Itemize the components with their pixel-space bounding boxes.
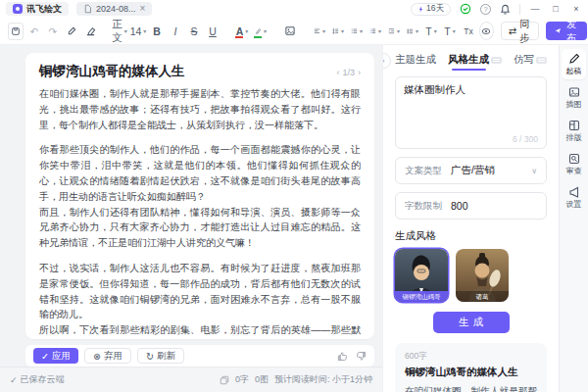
format-painter-icon[interactable] <box>64 23 79 40</box>
strikethrough-button[interactable]: S <box>186 23 202 40</box>
prompt-text: 媒体圈制作人 <box>404 83 466 95</box>
chevron-down-icon: ∨ <box>531 167 537 175</box>
refresh-icon: ↻ <box>146 351 154 362</box>
send-icon <box>555 26 562 35</box>
text-transform-icon[interactable]: T <box>442 23 458 40</box>
editor-area: 铜锣湾山鸡哥的媒体人生 ‹ 1/3 › 在咱们媒体圈，制作人就是那帮手握剧本、掌… <box>0 45 382 392</box>
letter-spacing-icon[interactable]: T <box>423 23 439 40</box>
vip-badge-icon <box>536 57 547 64</box>
redo-icon[interactable]: ↷ <box>45 23 61 40</box>
eye-icon <box>480 26 492 36</box>
collapse-panel-button[interactable]: › <box>382 53 391 69</box>
bold-button[interactable]: B <box>149 23 165 40</box>
thumbs-up-icon[interactable] <box>337 351 348 362</box>
image-icon <box>568 86 580 98</box>
generation-action-bar: ✓应用 ⊗弃用 ↻刷新 <box>25 345 374 367</box>
clear-format-icon[interactable]: Tx <box>461 23 476 40</box>
prompt-input[interactable]: 媒体圈制作人 6 / 300 <box>395 76 547 149</box>
layout-icon <box>568 120 580 131</box>
save-icon[interactable] <box>8 23 24 40</box>
tab-style-generation[interactable]: 风格生成 <box>448 53 502 67</box>
sync-icon: ⇄ <box>509 25 516 36</box>
align-icon[interactable] <box>312 23 327 40</box>
quote-icon[interactable] <box>405 23 420 40</box>
image-count: 0图 <box>255 373 269 386</box>
document-title[interactable]: 铜锣湾山鸡哥的媒体人生 <box>39 63 185 80</box>
bullet-list-icon[interactable] <box>349 23 365 40</box>
undo-icon[interactable]: ↶ <box>26 23 42 40</box>
panel-tabs: 主题生成 风格生成 仿写 <box>395 51 547 69</box>
copy-type-select[interactable]: 文案类型 广告/营销 ∨ <box>395 157 547 184</box>
style-card-zhuge[interactable]: 诸葛 <box>456 249 509 302</box>
font-size-select[interactable]: 14 <box>130 23 146 40</box>
sync-status-icon[interactable] <box>460 3 471 15</box>
word-limit-input[interactable]: 字数限制 800 <box>395 192 547 220</box>
vip-badge-icon <box>491 57 502 64</box>
discard-button[interactable]: ⊗弃用 <box>84 348 131 364</box>
highlight-color-swatch <box>254 36 262 38</box>
bolt-icon <box>417 5 424 14</box>
document-card: 铜锣湾山鸡哥的媒体人生 ‹ 1/3 › 在咱们媒体圈，制作人就是那帮手握剧本、掌… <box>25 53 374 339</box>
save-status: ✓已保存云端 <box>10 373 65 386</box>
preview-button[interactable] <box>479 22 494 40</box>
style-card-name: 诸葛 <box>456 291 509 302</box>
close-button[interactable]: × <box>570 4 582 14</box>
refresh-button[interactable]: ↻刷新 <box>137 348 184 364</box>
paragraph[interactable]: 不过，说实话，制作人这活儿也不容易。有时候为了赶进度，熬夜加班那是家常便饭。但你… <box>39 261 361 322</box>
generation-result-card[interactable]: 600字 铜锣湾山鸡哥的媒体人生 在咱们媒体圈，制作人就是那帮手握剧本、掌控节奏… <box>395 343 547 392</box>
insert-image-icon[interactable] <box>282 23 298 40</box>
tab-close-icon[interactable]: × <box>140 4 146 14</box>
style-card-name: 铜锣湾山鸡哥 <box>395 291 448 302</box>
paragraph[interactable]: 你看那些顶尖的制作人，他们的作品，每一个画面都能震撼你的心灵，让你笑中带泪，泪中… <box>39 142 361 204</box>
next-version-icon[interactable]: › <box>358 68 361 77</box>
ordered-list-icon[interactable] <box>368 23 383 40</box>
style-section-label: 生成风格 <box>395 229 547 243</box>
publish-button[interactable]: 发布 <box>546 22 587 40</box>
document-icon <box>83 4 92 14</box>
sidebar-item-layout[interactable]: 排版 <box>562 116 586 146</box>
apply-check-icon: ✓ <box>41 351 49 362</box>
thumbs-down-icon[interactable] <box>356 351 367 362</box>
highlight-color-button[interactable] <box>253 23 269 40</box>
app-logo: 讯飞绘文 <box>6 2 69 16</box>
eraser-icon[interactable] <box>82 23 98 40</box>
tab-topic-generation[interactable]: 主题生成 <box>395 53 436 67</box>
help-icon[interactable]: ? <box>480 4 491 15</box>
sync-button[interactable]: ⇄同步 <box>501 22 540 40</box>
result-word-count: 600字 <box>405 351 537 363</box>
apply-button[interactable]: ✓应用 <box>33 348 78 364</box>
font-color-button[interactable]: A <box>234 23 250 40</box>
paragraph[interactable]: 而且，制作人们还得有团队精神，懂得如何和导演、演员、摄影师等一众兄弟齐心协力，只… <box>39 205 361 251</box>
sidebar-item-settings[interactable]: 设置 <box>562 182 586 213</box>
discard-icon: ⊗ <box>93 351 101 362</box>
paragraph-style-select[interactable]: 正文 <box>112 23 127 40</box>
generate-button[interactable]: 生成 <box>433 312 510 333</box>
status-bar: ✓已保存云端 0字 0图 预计阅读时间: 小于1分钟 <box>0 367 382 392</box>
saved-check-icon: ✓ <box>10 375 18 385</box>
copy-icon[interactable] <box>220 375 229 385</box>
maximize-button[interactable]: □ <box>550 4 562 14</box>
document-tab[interactable]: 2024-08... × <box>76 2 152 16</box>
indent-icon[interactable] <box>386 23 402 40</box>
tab-imitation[interactable]: 仿写 <box>514 53 547 67</box>
paragraph[interactable]: 所以啊，下次看到那些精彩的剧集、电影，别忘了背后的英雄——那些默默付出的制作人们… <box>39 322 361 339</box>
prev-version-icon[interactable]: ‹ <box>336 68 339 77</box>
tools-sidebar: 起稿 插图 排版 审查 设置 <box>559 45 588 392</box>
bell-icon[interactable] <box>500 4 511 15</box>
line-height-icon[interactable] <box>330 23 346 40</box>
font-color-swatch <box>235 36 243 38</box>
style-cards: 铜锣湾山鸡哥 诸葛 <box>395 249 547 302</box>
sidebar-item-review[interactable]: 审查 <box>562 149 586 179</box>
titlebar: 讯飞绘文 2024-08... × 16天 ? — □ × <box>0 0 588 18</box>
style-card-shanjige[interactable]: 铜锣湾山鸡哥 <box>395 249 448 302</box>
paragraph[interactable]: 在咱们媒体圈，制作人就是那帮手握剧本、掌控节奏的大佬。他们得有眼光，挑出最带感的… <box>39 86 361 132</box>
megaphone-icon <box>568 186 580 198</box>
word-count: 0字 <box>235 373 249 386</box>
italic-button[interactable]: I <box>168 23 183 40</box>
trial-badge[interactable]: 16天 <box>411 3 451 16</box>
minimize-button[interactable]: — <box>529 4 541 14</box>
generation-panel: › 主题生成 风格生成 仿写 媒体圈制作人 6 / 300 文案类型 广告/营销… <box>382 45 559 392</box>
underline-button[interactable]: U <box>205 23 220 40</box>
sidebar-item-illustration[interactable]: 插图 <box>562 82 586 113</box>
sidebar-item-draft[interactable]: 起稿 <box>562 49 586 79</box>
